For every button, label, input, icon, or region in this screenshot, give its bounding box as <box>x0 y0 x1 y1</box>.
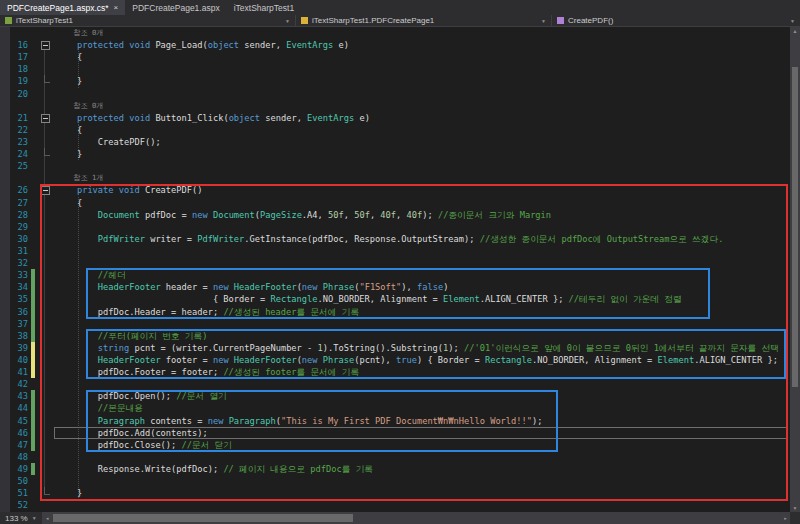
line-number: 34 <box>0 281 28 293</box>
code-line[interactable]: 47 pdfDoc.Close(); //문서 닫기 <box>0 439 790 451</box>
code-line[interactable]: 20 <box>0 88 790 100</box>
collapse-toggle-icon[interactable] <box>41 186 50 195</box>
zoom-control[interactable]: 133 % ▼ <box>0 512 43 524</box>
outline-end-tick <box>44 75 50 83</box>
line-number: 31 <box>0 245 28 257</box>
horizontal-scrollbar-thumb[interactable] <box>53 514 353 522</box>
code-text: HeaderFooter header = new HeaderFooter(n… <box>56 281 448 293</box>
code-line[interactable]: 18 <box>0 63 790 75</box>
code-line[interactable]: 40 HeaderFooter footer = new HeaderFoote… <box>0 354 790 366</box>
codelens-references[interactable]: 참조 0개 <box>0 100 790 112</box>
code-text: } <box>56 148 82 160</box>
line-number: 52 <box>0 499 28 511</box>
outline-end-tick <box>44 487 50 495</box>
line-number: 37 <box>0 318 28 330</box>
code-line[interactable]: 46 pdfDoc.Add(contents); <box>0 427 790 439</box>
line-number: 26 <box>0 184 28 196</box>
change-track-mark <box>31 318 35 330</box>
change-track-mark <box>31 463 35 475</box>
code-line[interactable]: 37 <box>0 318 790 330</box>
code-line[interactable]: 21 protected void Button1_Click(object s… <box>0 112 790 124</box>
change-track-mark <box>31 415 35 427</box>
scroll-left-icon[interactable]: ◂ <box>43 512 52 524</box>
code-line[interactable]: 36 pdfDoc.Header = header; //생성된 header를… <box>0 306 790 318</box>
tab-itextsharptest1[interactable]: iTextSharpTest1 <box>227 0 301 15</box>
code-line[interactable]: 50 <box>0 475 790 487</box>
code-line[interactable]: 41 pdfDoc.Footer = footer; //생성된 footer를… <box>0 366 790 378</box>
tab-label: PDFCreatePage1.aspx.cs* <box>7 3 109 13</box>
line-number: 17 <box>0 51 28 63</box>
code-line[interactable]: 19 } <box>0 75 790 87</box>
line-number: 18 <box>0 63 28 75</box>
code-line[interactable]: 45 Paragraph contents = new Paragraph("T… <box>0 415 790 427</box>
code-line[interactable]: 17 { <box>0 51 790 63</box>
scroll-up-icon[interactable]: ▲ <box>790 27 800 35</box>
code-line[interactable]: 30 PdfWriter writer = PdfWriter.GetInsta… <box>0 233 790 245</box>
line-number: 35 <box>0 293 28 305</box>
code-line[interactable]: 25 <box>0 160 790 172</box>
tab-bar: PDFCreatePage1.aspx.cs* × PDFCreatePage1… <box>0 0 800 15</box>
class-dropdown[interactable]: iTextSharpTest1.PDFCreatePage1 ▼ <box>296 15 552 26</box>
codelens-references[interactable]: 참조 1개 <box>0 172 790 184</box>
code-line[interactable]: 16 protected void Page_Load(object sende… <box>0 39 790 51</box>
code-text: CreatePDF(); <box>56 136 161 148</box>
code-line[interactable]: 52 <box>0 499 790 511</box>
code-text: Paragraph contents = new Paragraph("This… <box>56 415 542 427</box>
collapse-toggle-icon[interactable] <box>41 114 50 123</box>
vertical-scrollbar[interactable]: ▲ ▼ <box>790 27 800 512</box>
collapse-toggle-icon[interactable] <box>41 41 50 50</box>
code-text: } <box>56 75 82 87</box>
close-icon[interactable]: × <box>114 4 119 12</box>
tab-pdfcreatepage1-aspx-cs[interactable]: PDFCreatePage1.aspx.cs* × <box>0 0 125 15</box>
code-text: //본문내용 <box>56 402 143 414</box>
tab-pdfcreatepage1-aspx[interactable]: PDFCreatePage1.aspx <box>125 0 226 15</box>
method-dropdown[interactable]: CreatePDF() ▼ <box>552 15 800 26</box>
line-number: 44 <box>0 402 28 414</box>
code-line[interactable]: 39 string pcnt = (writer.CurrentPageNumb… <box>0 342 790 354</box>
code-line[interactable]: 38 //푸터(페이지 번호 기록) <box>0 330 790 342</box>
code-text: pdfDoc.Close(); //문서 닫기 <box>56 439 232 451</box>
change-track-mark <box>31 293 35 305</box>
code-line[interactable]: 35 { Border = Rectangle.NO_BORDER, Align… <box>0 293 790 305</box>
code-line[interactable]: 44 //본문내용 <box>0 402 790 414</box>
code-editor[interactable]: 참조 0개16 protected void Page_Load(object … <box>0 27 790 512</box>
change-track-mark <box>31 427 35 439</box>
code-line[interactable]: 28 Document pdfDoc = new Document(PageSi… <box>0 209 790 221</box>
vertical-scrollbar-thumb[interactable] <box>792 67 798 387</box>
tab-label: iTextSharpTest1 <box>234 3 294 13</box>
code-line[interactable]: 51 } <box>0 487 790 499</box>
change-track-mark <box>31 354 35 366</box>
change-track-mark <box>31 402 35 414</box>
scrollbar-corner <box>790 512 800 524</box>
code-line[interactable]: 34 HeaderFooter header = new HeaderFoote… <box>0 281 790 293</box>
scroll-down-icon[interactable]: ▼ <box>790 504 800 512</box>
code-line[interactable]: 31 <box>0 245 790 257</box>
code-line[interactable]: 32 <box>0 257 790 269</box>
code-line[interactable]: 23 CreatePDF(); <box>0 136 790 148</box>
line-number: 33 <box>0 269 28 281</box>
code-line[interactable]: 22 { <box>0 124 790 136</box>
method-icon <box>557 17 564 24</box>
tab-label: PDFCreatePage1.aspx <box>132 3 219 13</box>
code-line[interactable]: 42 <box>0 378 790 390</box>
horizontal-scrollbar[interactable]: ◂ ▸ <box>43 512 790 524</box>
code-line[interactable]: 27 { <box>0 197 790 209</box>
chevron-down-icon: ▼ <box>790 18 795 24</box>
code-line[interactable]: 48 <box>0 451 790 463</box>
code-line[interactable]: 49 Response.Write(pdfDoc); // 페이지 내용으로 p… <box>0 463 790 475</box>
code-line[interactable]: 29 <box>0 221 790 233</box>
code-text: string pcnt = (writer.CurrentPageNumber … <box>56 342 779 354</box>
line-number: 19 <box>0 75 28 87</box>
line-number: 24 <box>0 148 28 160</box>
project-dropdown[interactable]: iTextSharpTest1 ▼ <box>0 15 296 26</box>
code-line[interactable]: 26 private void CreatePDF() <box>0 184 790 196</box>
line-number: 43 <box>0 390 28 402</box>
change-track-mark <box>31 330 35 342</box>
code-line[interactable]: 24 } <box>0 148 790 160</box>
scroll-right-icon[interactable]: ▸ <box>781 512 790 524</box>
code-line[interactable]: 43 pdfDoc.Open(); //문서 열기 <box>0 390 790 402</box>
code-line[interactable]: 33 //헤더 <box>0 269 790 281</box>
codelens-references[interactable]: 참조 0개 <box>0 27 790 39</box>
line-number: 25 <box>0 160 28 172</box>
code-text: 참조 1개 <box>56 172 104 184</box>
